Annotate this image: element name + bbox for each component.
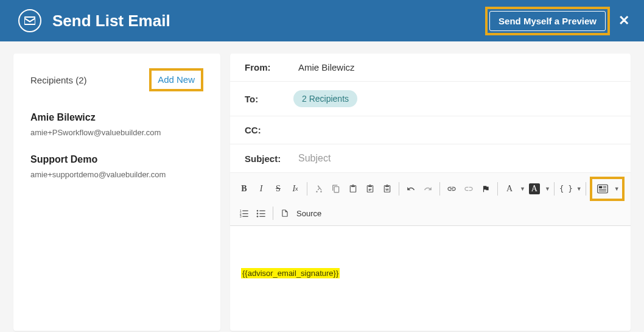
cc-row[interactable]: CC: bbox=[230, 116, 631, 144]
svg-point-12 bbox=[257, 210, 259, 212]
unlink-button[interactable] bbox=[461, 180, 477, 197]
placeholder-button[interactable] bbox=[595, 180, 611, 197]
recipients-count-label: Recipients (2) bbox=[30, 75, 87, 85]
subject-input[interactable] bbox=[293, 153, 616, 164]
placeholder-dropdown[interactable]: ▼ bbox=[614, 186, 620, 192]
highlight-preview: Send Myself a Preview bbox=[485, 7, 610, 35]
svg-point-16 bbox=[257, 216, 259, 217]
highlight-placeholder-button: ▼ bbox=[590, 177, 625, 201]
subject-row: Subject: bbox=[230, 144, 631, 173]
toolbar-separator bbox=[273, 207, 273, 220]
source-icon[interactable] bbox=[277, 205, 293, 222]
toolbar-separator bbox=[497, 182, 498, 196]
toolbar-separator bbox=[554, 182, 555, 196]
redo-button[interactable] bbox=[420, 180, 436, 197]
bg-color-button[interactable]: A bbox=[527, 180, 542, 197]
italic-button[interactable]: I bbox=[253, 180, 269, 197]
svg-point-14 bbox=[257, 213, 259, 214]
paste-word-button[interactable] bbox=[379, 180, 395, 197]
highlight-add-new: Add New bbox=[149, 68, 203, 91]
paste-text-button[interactable] bbox=[362, 180, 378, 197]
editor-body[interactable]: {{advisor_email_signature}} bbox=[230, 226, 631, 331]
email-icon bbox=[18, 9, 41, 32]
editor-toolbar: B I S Ix bbox=[230, 173, 631, 226]
bg-color-dropdown[interactable]: ▼ bbox=[545, 186, 550, 192]
insert-variable-button[interactable]: { } bbox=[558, 180, 574, 197]
paste-button[interactable] bbox=[345, 180, 361, 197]
variable-dropdown[interactable]: ▼ bbox=[576, 186, 582, 192]
recipients-pill[interactable]: 2 Recipients bbox=[293, 90, 357, 107]
bold-button[interactable]: B bbox=[236, 180, 252, 197]
subject-label: Subject: bbox=[245, 154, 293, 164]
add-new-link[interactable]: Add New bbox=[158, 74, 195, 85]
text-color-button[interactable]: A bbox=[502, 180, 517, 197]
to-row: To: 2 Recipients bbox=[230, 82, 631, 116]
from-label: From: bbox=[245, 62, 293, 72]
strikethrough-button[interactable]: S bbox=[270, 180, 286, 197]
undo-button[interactable] bbox=[403, 180, 419, 197]
signature-placeholder-token[interactable]: {{advisor_email_signature}} bbox=[241, 268, 340, 278]
text-color-dropdown[interactable]: ▼ bbox=[520, 186, 525, 192]
source-button[interactable]: Source bbox=[294, 209, 324, 218]
recipient-item[interactable]: Amie Bilewicz amie+PSworkflow@valuebuild… bbox=[30, 112, 203, 137]
toolbar-separator bbox=[586, 182, 586, 196]
svg-text:3: 3 bbox=[240, 214, 242, 217]
toolbar-separator bbox=[439, 182, 440, 196]
numbered-list-button[interactable]: 123 bbox=[236, 205, 252, 222]
from-value[interactable]: Amie Bilewicz bbox=[293, 62, 355, 72]
cut-button[interactable] bbox=[311, 180, 327, 197]
recipient-email: amie+PSworkflow@valuebuilder.com bbox=[30, 128, 203, 137]
cc-label: CC: bbox=[245, 125, 293, 135]
bullet-list-button[interactable] bbox=[253, 205, 269, 222]
svg-rect-1 bbox=[599, 186, 602, 189]
toolbar-separator bbox=[307, 182, 307, 196]
recipient-name: Amie Bilewicz bbox=[30, 112, 203, 123]
recipient-name: Support Demo bbox=[30, 154, 203, 165]
recipient-email: amie+supportdemo@valuebuilder.com bbox=[30, 170, 203, 179]
remove-format-button[interactable]: Ix bbox=[287, 180, 303, 197]
recipients-panel: Recipients (2) Add New Amie Bilewicz ami… bbox=[13, 54, 220, 331]
editor-empty-space bbox=[241, 238, 620, 267]
to-label: To: bbox=[245, 94, 293, 104]
page-title: Send List Email bbox=[52, 12, 485, 30]
send-preview-button[interactable]: Send Myself a Preview bbox=[489, 11, 606, 31]
close-icon[interactable]: ✕ bbox=[616, 10, 632, 31]
copy-button[interactable] bbox=[328, 180, 344, 197]
svg-rect-0 bbox=[598, 185, 608, 193]
recipients-header: Recipients (2) Add New bbox=[30, 68, 203, 91]
compose-panel: From: Amie Bilewicz To: 2 Recipients CC:… bbox=[230, 54, 631, 331]
toolbar-separator bbox=[399, 182, 399, 196]
flag-button[interactable] bbox=[478, 180, 494, 197]
from-row: From: Amie Bilewicz bbox=[230, 54, 631, 82]
app-header: Send List Email Send Myself a Preview ✕ bbox=[0, 0, 644, 41]
link-button[interactable] bbox=[444, 180, 460, 197]
recipient-item[interactable]: Support Demo amie+supportdemo@valuebuild… bbox=[30, 154, 203, 179]
content-area: Recipients (2) Add New Amie Bilewicz ami… bbox=[0, 41, 644, 332]
